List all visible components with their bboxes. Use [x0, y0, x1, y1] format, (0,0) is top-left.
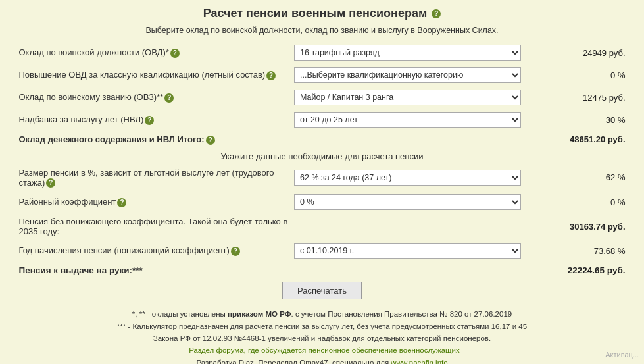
table-row: Размер пенсии в %, зависит от льготной в…	[16, 165, 628, 192]
title-help-icon[interactable]: ?	[432, 9, 441, 18]
ovz-help-icon[interactable]: ?	[164, 93, 174, 103]
nvl-help-icon[interactable]: ?	[145, 116, 154, 125]
ovz-label: Оклад по воинскому званию (ОВЗ)**?	[16, 86, 292, 109]
footer-link1-line: - Раздел форума, где обсуждается пенсион…	[16, 344, 628, 356]
ovd-select[interactable]: 16 тарифный разряд 1 тарифный разряд 15 …	[294, 45, 521, 61]
district-coeff-select[interactable]: 0 % 15 % 20 % 30 % 50 %	[294, 194, 521, 210]
footer-line1-post: . с учетом Постановления Правительства №…	[291, 310, 512, 318]
nvl-result: 30 %	[524, 109, 628, 131]
table-row: Районный коэффициент? 0 % 15 % 20 % 30 %…	[16, 191, 628, 213]
pension-no-reduce-empty	[291, 213, 524, 240]
print-row: Распечатать	[16, 278, 628, 303]
footer: *, ** - оклады установлены приказом МО Р…	[16, 308, 628, 364]
table-row: Оклад по воинской должности (ОВД)*? 16 т…	[16, 41, 628, 64]
footer-link1[interactable]: - Раздел форума, где обсуждается пенсион…	[184, 346, 459, 354]
ovz-select[interactable]: Майор / Капитан 3 ранга Лейтенант Капита…	[294, 90, 521, 105]
pension-pct-help-icon[interactable]: ?	[46, 178, 55, 188]
footer-line1-pre: *, ** - оклады установлены	[132, 310, 228, 318]
footer-prikaz: приказом МО РФ	[228, 310, 291, 318]
ovd-label: Оклад по воинской должности (ОВД)*?	[16, 41, 292, 64]
total-empty-cell	[291, 131, 524, 148]
ovd-help-icon[interactable]: ?	[170, 49, 180, 58]
total-help-icon[interactable]: ?	[206, 136, 215, 145]
district-coeff-help-icon[interactable]: ?	[117, 198, 126, 207]
ovz-input-cell: Майор / Капитан 3 ранга Лейтенант Капита…	[291, 86, 524, 109]
footer-line2: *** - Калькулятор предназначен для расче…	[16, 321, 628, 332]
pension-no-reduce-result: 30163.74 руб.	[524, 213, 628, 240]
table-row: Оклад по воинскому званию (ОВЗ)**? Майор…	[16, 86, 628, 109]
print-cell: Распечатать	[16, 278, 628, 303]
pension-pct-select[interactable]: 62 % за 24 года (37 лет) 50 % за 20 лет …	[294, 170, 521, 186]
total-row: Оклад денежного содержания и НВЛ Итого:?…	[16, 131, 628, 148]
ovd-result: 24949 руб.	[524, 41, 628, 64]
district-coeff-label: Районный коэффициент?	[16, 191, 292, 213]
title-text: Расчет пенсии военным пенсионерам	[203, 7, 428, 20]
nvl-input-cell: от 20 до 25 лет менее 2 лет от 2 до 5 ле…	[291, 109, 524, 131]
ovz-result: 12475 руб.	[524, 86, 628, 109]
pension-no-reduce-label: Пенсия без понижающего коэффициента. Так…	[16, 213, 292, 240]
ovd-input-cell: 16 тарифный разряд 1 тарифный разряд 15 …	[291, 41, 524, 64]
page-title: Расчет пенсии военным пенсионерам ?	[16, 7, 628, 20]
table-row: Надбавка за выслугу лет (НВЛ)? от 20 до …	[16, 109, 628, 131]
table-row: Год начисления пенсии (понижающий коэффи…	[16, 240, 628, 262]
total-label: Оклад денежного содержания и НВЛ Итого:?	[16, 131, 292, 148]
footer-line1: *, ** - оклады установлены приказом МО Р…	[16, 308, 628, 320]
footer-line3: Закона РФ от 12.02.93 №4468-1 увеличений…	[16, 332, 628, 344]
pension-pct-label: Размер пенсии в %, зависит от льготной в…	[16, 165, 292, 192]
footer-line4-text: Разработка Djaz. Переделал Omax47, специ…	[196, 359, 391, 364]
subtitle: Выберите оклад по воинской должности, ок…	[16, 26, 628, 35]
calculator-table: Оклад по воинской должности (ОВД)*? 16 т…	[16, 41, 628, 303]
final-pension-row: Пенсия к выдаче на руки:*** 22224.65 руб…	[16, 262, 628, 278]
ovd-increase-result: 0 %	[524, 64, 628, 86]
year-coeff-input-cell: с 01.10.2019 г. с 01.01.2018 г. с 01.10.…	[291, 240, 524, 262]
total-result: 48651.20 руб.	[524, 131, 628, 148]
pension-pct-result: 62 %	[524, 165, 628, 192]
table-row: Повышение ОВД за классную квалификацию (…	[16, 64, 628, 86]
nvl-select[interactable]: от 20 до 25 лет менее 2 лет от 2 до 5 ле…	[294, 112, 521, 128]
final-pension-empty	[291, 262, 524, 278]
nvl-label: Надбавка за выслугу лет (НВЛ)?	[16, 109, 292, 131]
district-coeff-result: 0 %	[524, 191, 628, 213]
ovd-increase-label: Повышение ОВД за классную квалификацию (…	[16, 64, 292, 86]
pension-pct-input-cell: 62 % за 24 года (37 лет) 50 % за 20 лет …	[291, 165, 524, 192]
year-coeff-select[interactable]: с 01.10.2019 г. с 01.01.2018 г. с 01.10.…	[294, 243, 521, 259]
final-pension-result: 22224.65 руб.	[524, 262, 628, 278]
print-button[interactable]: Распечатать	[282, 282, 362, 299]
year-coeff-result: 73.68 %	[524, 240, 628, 262]
watermark: Активац...	[605, 351, 639, 359]
section2-header: Укажите данные необходимые для расчета п…	[16, 148, 628, 165]
footer-link2[interactable]: www.nachfin.info	[391, 359, 447, 364]
year-coeff-label: Год начисления пенсии (понижающий коэффи…	[16, 240, 292, 262]
ovd-increase-input-cell: ...Выберите квалификационную категорию 1…	[291, 64, 524, 86]
ovd-increase-select[interactable]: ...Выберите квалификационную категорию 1…	[294, 67, 521, 83]
district-coeff-input-cell: 0 % 15 % 20 % 30 % 50 %	[291, 191, 524, 213]
ovd-increase-help-icon[interactable]: ?	[266, 71, 276, 80]
final-pension-label: Пенсия к выдаче на руки:***	[16, 262, 292, 278]
section2-header-row: Укажите данные необходимые для расчета п…	[16, 148, 628, 165]
footer-line4: Разработка Djaz. Переделал Omax47, специ…	[16, 357, 628, 364]
year-coeff-help-icon[interactable]: ?	[231, 247, 240, 256]
pension-no-reduce-row: Пенсия без понижающего коэффициента. Так…	[16, 213, 628, 240]
